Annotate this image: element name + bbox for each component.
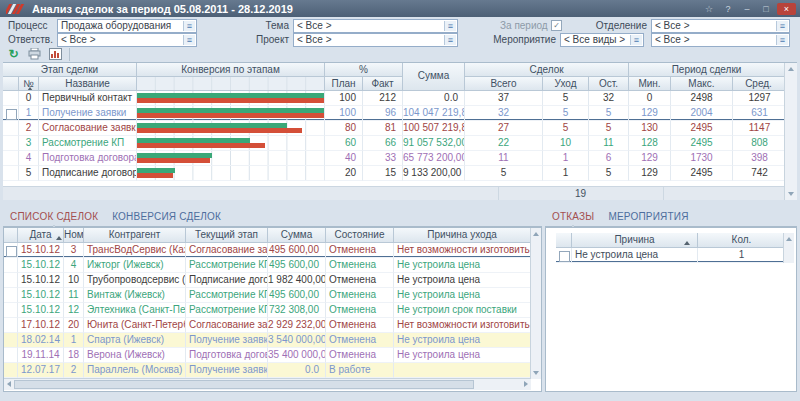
stage-row[interactable]: 0Первичный контакт1002120.03753202498129… — [3, 91, 785, 106]
col-header-sum[interactable]: Сумма — [403, 63, 465, 91]
col-header-lost[interactable]: Уход — [543, 77, 589, 91]
col-header-reason[interactable]: Причина ухода — [394, 228, 531, 243]
tab-deal-list[interactable]: СПИСОК СДЕЛОК — [10, 211, 98, 222]
list-picker-icon[interactable]: ≡ — [630, 35, 642, 45]
help-icon[interactable]: ? — [720, 3, 736, 15]
toolbar: ↻ — [3, 47, 70, 62]
footer-total: 19 — [498, 187, 663, 200]
row-checkbox[interactable] — [6, 246, 17, 257]
maximize-icon[interactable]: □ — [758, 3, 774, 15]
scroll-up-icon[interactable] — [788, 67, 794, 71]
event-field[interactable]: < Все >≡ — [651, 33, 790, 47]
stage-row[interactable]: 2Согласование заявки8081100 507 219,8027… — [3, 121, 785, 136]
col-header-avg[interactable]: Сред. — [733, 77, 785, 91]
stage-row[interactable]: 5Подписание договора20159 133 200,005151… — [3, 166, 785, 181]
list-picker-icon[interactable]: ≡ — [776, 21, 788, 31]
list-picker-icon[interactable]: ≡ — [776, 35, 788, 45]
scroll-up-icon[interactable] — [786, 237, 792, 241]
deal-row[interactable]: 12.07.172Параллель (Москва)Получение зая… — [4, 363, 531, 378]
col-group-deals[interactable]: Сделок — [465, 63, 629, 77]
col-header-bars — [137, 77, 325, 91]
list-picker-icon[interactable]: ≡ — [444, 21, 456, 31]
period-label: За период — [500, 19, 548, 32]
minimize-icon[interactable]: – — [739, 3, 755, 15]
col-header-date[interactable]: Дата — [18, 228, 64, 243]
col-header-total[interactable]: Всего — [465, 77, 543, 91]
favorite-icon[interactable]: ☆ — [701, 3, 717, 15]
deals-panel: Дата Ном Контрагент Текущий этап Сумма С… — [3, 227, 542, 392]
print-icon[interactable] — [27, 48, 42, 61]
col-header-checkbox — [556, 233, 572, 248]
scroll-down-icon[interactable] — [788, 192, 794, 196]
col-header-min[interactable]: Мин. — [629, 77, 671, 91]
col-header-max[interactable]: Макс. — [671, 77, 733, 91]
stage-row[interactable]: 3Рассмотрение КП606691 057 532,002210111… — [3, 136, 785, 151]
tab-events[interactable]: МЕРОПРИЯТИЯ — [608, 211, 688, 222]
deal-row[interactable]: 15.10.1210Трубопроводсервис (ПермПодписа… — [4, 273, 531, 288]
chart-icon[interactable] — [48, 48, 63, 61]
col-header-party[interactable]: Контрагент — [84, 228, 186, 243]
col-header-reason[interactable]: Причина — [572, 233, 698, 248]
fact-bar — [137, 158, 210, 163]
col-group-stage[interactable]: Этап сделки — [3, 63, 137, 77]
col-header-fact[interactable]: Факт — [363, 77, 403, 91]
period-checkbox[interactable]: ✓ — [551, 20, 562, 31]
stage-row[interactable]: 1Получение заявки10096104 047 219,803255… — [3, 106, 785, 121]
col-header-plan[interactable]: План — [325, 77, 363, 91]
deals-vscrollbar[interactable] — [530, 228, 541, 379]
project-label: Проект — [247, 33, 289, 46]
col-header-state[interactable]: Состояние — [326, 228, 394, 243]
deal-row[interactable]: 15.10.1211Винтаж (Ижевск)Рассмотрение КП… — [4, 288, 531, 303]
col-group-percent[interactable]: % — [325, 63, 403, 77]
scroll-up-icon[interactable] — [533, 232, 539, 236]
deal-row[interactable]: 18.02.141Спарта (Ижевск)Получение заявки… — [4, 333, 531, 348]
list-picker-icon[interactable]: ≡ — [183, 35, 195, 45]
title-bar: Анализ сделок за период 05.08.2011 - 28.… — [0, 0, 800, 17]
refusals-vscrollbar[interactable] — [783, 233, 794, 263]
col-header-num[interactable]: № — [19, 77, 39, 91]
col-header-sum[interactable]: Сумма — [268, 228, 326, 243]
col-header-stage[interactable]: Текущий этап — [186, 228, 268, 243]
deals-hscrollbar[interactable] — [4, 378, 531, 390]
theme-label: Тема — [247, 19, 289, 32]
department-field[interactable]: < Все >≡ — [651, 19, 790, 33]
process-field[interactable]: Продажа оборудования≡ — [57, 19, 197, 33]
toolbar-separator — [69, 48, 70, 61]
responsible-label: Ответств. — [8, 33, 53, 46]
close-icon[interactable]: × — [777, 3, 796, 15]
col-header-rest[interactable]: Ост. — [589, 77, 629, 91]
deal-row[interactable]: 19.11.1418Верона (Ижевск)Подготовка дого… — [4, 348, 531, 363]
row-checkbox[interactable] — [559, 251, 570, 262]
stages-grid: Этап сделки Конверсия по этапам % Сумма … — [3, 62, 797, 200]
project-field[interactable]: < Все >≡ — [293, 33, 458, 47]
deal-row[interactable]: 17.10.1220Юнита (Санкт-Петербург)Согласо… — [4, 318, 531, 333]
filter-panel: Процесс Продажа оборудования≡ Тема < Все… — [3, 17, 797, 47]
col-group-period[interactable]: Период сделки — [629, 63, 785, 77]
app-window: Анализ сделок за период 05.08.2011 - 28.… — [0, 0, 800, 401]
scroll-down-icon[interactable] — [533, 371, 539, 375]
event-label: Мероприятие — [493, 33, 556, 46]
col-header-num[interactable]: Ном — [64, 228, 84, 243]
tab-refusals[interactable]: ОТКАЗЫ — [552, 211, 594, 222]
scroll-right-icon[interactable] — [524, 381, 528, 387]
stage-row[interactable]: 4Подготовка договора403365 773 200,00111… — [3, 151, 785, 166]
col-header-count[interactable]: Кол. — [698, 233, 786, 248]
refresh-icon[interactable]: ↻ — [6, 48, 21, 61]
deal-row[interactable]: 15.10.124Ижторг (Ижевск)Рассмотрение КП4… — [4, 258, 531, 273]
list-picker-icon[interactable]: ≡ — [444, 35, 456, 45]
responsible-field[interactable]: < Все >≡ — [57, 33, 197, 47]
theme-field[interactable]: < Все >≡ — [293, 19, 458, 33]
row-checkbox[interactable] — [6, 109, 17, 120]
tab-deal-conversion[interactable]: КОНВЕРСИЯ СДЕЛОК — [112, 211, 221, 222]
col-group-conversion[interactable]: Конверсия по этапам — [137, 63, 325, 77]
stages-vscrollbar[interactable] — [784, 63, 797, 200]
scroll-left-icon[interactable] — [7, 381, 11, 387]
list-picker-icon[interactable]: ≡ — [183, 21, 195, 31]
department-label: Отделение — [595, 19, 647, 32]
event-type-field[interactable]: < Все виды >≡ — [560, 33, 644, 47]
col-header-name[interactable]: Название — [39, 77, 137, 91]
scroll-thumb[interactable] — [14, 380, 474, 389]
refusal-row[interactable]: Не устроила цена1 — [556, 248, 786, 263]
deal-row[interactable]: 15.10.123ТрансВодСервис (Казань)Согласов… — [4, 243, 531, 258]
deal-row[interactable]: 15.10.1212Элтехника (Санкт-ПетербуРассмо… — [4, 303, 531, 318]
